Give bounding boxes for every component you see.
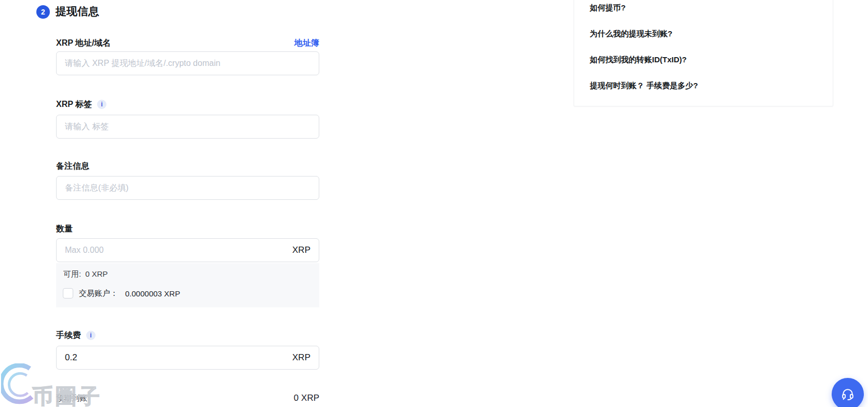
expected-arrival-row: 预期到账 0 XRP — [56, 393, 319, 403]
fee-info-icon[interactable]: i — [86, 331, 96, 340]
address-input-box — [56, 51, 319, 75]
fee-input[interactable] — [65, 352, 286, 363]
expected-arrival-label: 预期到账 — [56, 394, 87, 403]
amount-input-box: XRP — [56, 238, 319, 262]
address-input[interactable] — [65, 59, 310, 68]
page-title: 提现信息 — [56, 4, 99, 19]
fee-unit: XRP — [292, 352, 310, 363]
faq-item-how-to-withdraw[interactable]: 如何提币? — [590, 2, 626, 13]
step-number-badge: 2 — [36, 5, 50, 19]
fee-label-row: 手续费 i — [56, 330, 319, 341]
expected-arrival-value: 0 XRP — [294, 393, 319, 403]
customer-support-button[interactable] — [832, 378, 864, 407]
tag-input[interactable] — [65, 122, 310, 131]
memo-label-row: 备注信息 — [56, 160, 319, 172]
faq-card: 如何提币? 为什么我的提现未到账? 如何找到我的转账ID(TxID)? 提现何时… — [574, 0, 833, 106]
headset-icon — [840, 387, 855, 401]
fee-input-box: XRP — [56, 346, 319, 370]
amount-label-row: 数量 — [56, 223, 319, 235]
amount-unit: XRP — [292, 245, 310, 255]
faq-item-withdrawal-not-arrived[interactable]: 为什么我的提现未到账? — [590, 28, 672, 39]
tag-info-icon[interactable]: i — [97, 100, 106, 109]
tag-label-row: XRP 标签 i — [56, 99, 319, 110]
amount-label: 数量 — [56, 224, 73, 235]
amount-info-block: 可用:0 XRP 交易账户： 0.0000003 XRP — [56, 263, 319, 307]
amount-input[interactable] — [65, 246, 286, 255]
tag-label: XRP 标签 — [56, 99, 92, 110]
trade-account-checkbox[interactable] — [63, 288, 73, 299]
available-balance-row: 可用:0 XRP — [63, 269, 108, 279]
trade-account-label: 交易账户： — [79, 289, 118, 299]
memo-label: 备注信息 — [56, 161, 89, 172]
available-value: 0 XRP — [85, 269, 107, 278]
fee-label: 手续费 — [56, 330, 81, 341]
available-label: 可用: — [63, 269, 81, 278]
withdraw-page: 2 提现信息 XRP 地址/域名 地址簿 XRP 标签 i 备注信息 数量 XR… — [0, 0, 868, 407]
memo-input-box — [56, 176, 319, 200]
faq-item-find-txid[interactable]: 如何找到我的转账ID(TxID)? — [590, 54, 687, 65]
address-label-row: XRP 地址/域名 地址簿 — [56, 37, 319, 49]
tag-input-box — [56, 115, 319, 139]
memo-input[interactable] — [65, 183, 310, 193]
trade-account-row: 交易账户： 0.0000003 XRP — [63, 288, 180, 299]
trade-account-value: 0.0000003 XRP — [125, 289, 180, 298]
address-label: XRP 地址/域名 — [56, 38, 111, 49]
watermark-swirl-icon — [1, 363, 34, 407]
faq-item-arrival-time-fee[interactable]: 提现何时到账？ 手续费是多少? — [590, 80, 698, 91]
address-book-link[interactable]: 地址簿 — [294, 38, 319, 49]
